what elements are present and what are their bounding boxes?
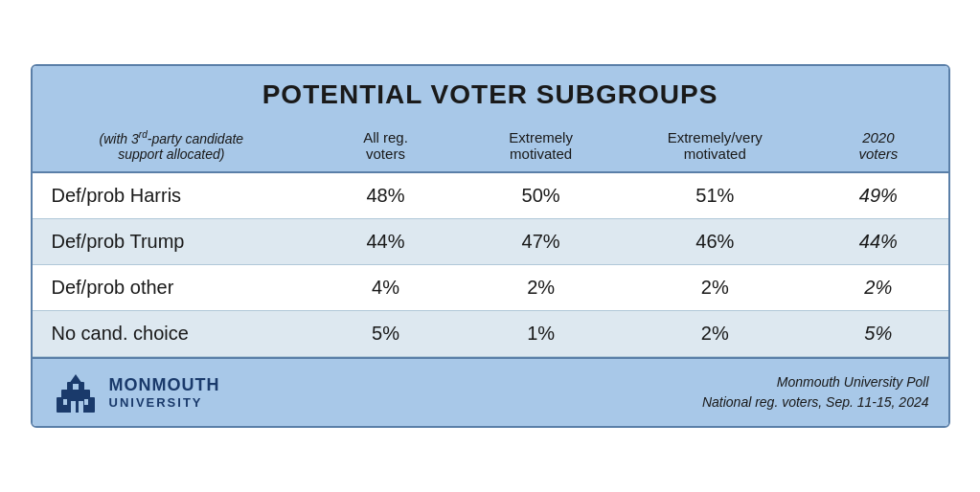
table-row: Def/prob Trump44%47%46%44% [33, 219, 948, 265]
svg-rect-7 [84, 399, 88, 405]
row-cell: 48% [310, 172, 461, 219]
logo-area: MONMOUTH UNIVERSITY [52, 369, 220, 416]
row-cell: 44% [310, 219, 461, 265]
table-row: Def/prob Harris48%50%51%49% [33, 172, 948, 219]
row-cell: 5% [809, 311, 947, 357]
logo-text: MONMOUTH UNIVERSITY [109, 375, 220, 410]
header: POTENTIAL VOTER SUBGROUPS [33, 66, 948, 120]
row-cell: 2% [809, 265, 947, 311]
footer: MONMOUTH UNIVERSITY Monmouth University … [33, 357, 948, 426]
row-label: Def/prob Harris [33, 172, 311, 219]
row-cell: 1% [461, 311, 622, 357]
col-header-extremely: Extremelymotivated [461, 120, 622, 172]
row-cell: 49% [809, 172, 947, 219]
row-cell: 44% [809, 219, 947, 265]
table-row: No cand. choice5%1%2%5% [33, 311, 948, 357]
col-header-all-reg: All reg.voters [310, 120, 461, 172]
row-label: No cand. choice [33, 311, 311, 357]
svg-rect-5 [79, 401, 83, 413]
row-cell: 46% [621, 219, 809, 265]
col-header-extremely-very: Extremely/verymotivated [621, 120, 809, 172]
svg-rect-8 [73, 384, 79, 390]
row-cell: 47% [461, 219, 622, 265]
logo-name: MONMOUTH [109, 375, 220, 395]
row-cell: 51% [621, 172, 809, 219]
svg-rect-6 [63, 399, 67, 405]
row-cell: 5% [310, 311, 461, 357]
svg-rect-4 [71, 401, 76, 413]
data-table: (with 3rd-party candidatesupport allocat… [33, 120, 948, 357]
card: POTENTIAL VOTER SUBGROUPS (with 3rd-part… [31, 64, 950, 428]
citation: Monmouth University Poll National reg. v… [702, 372, 929, 413]
row-cell: 2% [621, 311, 809, 357]
row-cell: 2% [461, 265, 622, 311]
table-wrapper: (with 3rd-party candidatesupport allocat… [33, 120, 948, 357]
citation-line1: Monmouth University Poll [777, 374, 929, 390]
logo-sub: UNIVERSITY [109, 395, 220, 410]
col-header-label: (with 3rd-party candidatesupport allocat… [33, 120, 311, 172]
citation-line2: National reg. voters, Sep. 11-15, 2024 [702, 394, 929, 410]
row-cell: 2% [621, 265, 809, 311]
row-label: Def/prob Trump [33, 219, 311, 265]
table-row: Def/prob other4%2%2%2% [33, 265, 948, 311]
svg-marker-3 [69, 374, 82, 384]
page-title: POTENTIAL VOTER SUBGROUPS [42, 79, 939, 110]
row-cell: 50% [461, 172, 622, 219]
row-label: Def/prob other [33, 265, 311, 311]
col-header-2020: 2020voters [809, 120, 947, 172]
row-cell: 4% [310, 265, 461, 311]
monmouth-logo-icon [52, 369, 100, 416]
